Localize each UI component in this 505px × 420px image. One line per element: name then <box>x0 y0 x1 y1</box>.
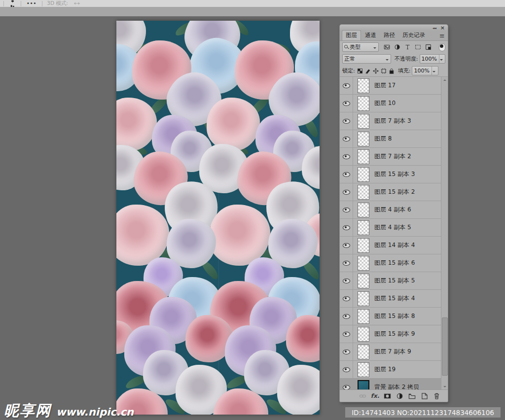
layer-name[interactable]: 图层 14 副本 4 <box>374 241 415 249</box>
visibility-toggle[interactable] <box>340 237 353 254</box>
fill-select[interactable]: 100% <box>412 66 438 75</box>
panel-menu-icon[interactable]: ≡ <box>439 33 445 39</box>
layer-row[interactable]: 图层 15 副本 5 <box>340 272 448 290</box>
layer-thumbnail[interactable] <box>358 327 369 342</box>
visibility-toggle[interactable] <box>340 201 353 218</box>
layer-name[interactable]: 图层 4 副本 5 <box>374 223 411 232</box>
pixel-layer-filter-icon[interactable] <box>382 43 392 51</box>
layer-row[interactable]: 图层 10 <box>340 95 448 112</box>
layer-name[interactable]: 图层 15 副本 3 <box>374 170 415 178</box>
layer-name[interactable]: 图层 17 <box>374 81 396 90</box>
lock-all-icon[interactable] <box>388 67 396 75</box>
link-layers-icon[interactable] <box>359 392 367 400</box>
layer-thumbnail[interactable] <box>358 309 369 324</box>
tab-paths[interactable]: 路径 <box>380 31 398 40</box>
layer-thumbnail[interactable] <box>358 167 369 182</box>
adjustment-layer-icon[interactable] <box>396 392 404 400</box>
layer-row[interactable]: 图层 8 <box>340 130 448 148</box>
layer-name[interactable]: 图层 15 副本 5 <box>374 277 415 285</box>
tab-layers[interactable]: 图层 <box>342 30 361 40</box>
visibility-toggle[interactable] <box>340 254 353 272</box>
distribute-center-h-icon[interactable] <box>7 0 17 3</box>
layer-thumbnail[interactable] <box>358 220 369 235</box>
visibility-toggle[interactable] <box>340 148 353 165</box>
visibility-toggle[interactable] <box>340 361 353 378</box>
layer-filter-toggle[interactable] <box>439 43 445 51</box>
layer-name[interactable]: 图层 15 副本 6 <box>374 259 415 267</box>
layer-thumbnail[interactable] <box>358 274 369 288</box>
lock-position-icon[interactable] <box>372 67 380 75</box>
visibility-toggle[interactable] <box>340 325 353 343</box>
visibility-toggle[interactable] <box>340 183 353 201</box>
visibility-toggle[interactable] <box>340 219 353 236</box>
layer-thumbnail[interactable] <box>358 132 369 146</box>
layer-thumbnail[interactable] <box>358 291 369 306</box>
filter-type-select[interactable]: 类型 <box>342 42 379 52</box>
opacity-select[interactable]: 100% <box>420 54 445 64</box>
layer-thumbnail[interactable] <box>358 362 369 377</box>
layer-row[interactable]: 图层 15 副本 4 <box>340 290 448 308</box>
new-layer-icon[interactable] <box>420 392 429 400</box>
layer-thumbnail[interactable] <box>358 149 369 164</box>
tab-channels[interactable]: 通道 <box>361 31 380 40</box>
visibility-toggle[interactable] <box>340 130 353 147</box>
layer-row[interactable]: 图层 7 副本 2 <box>340 148 448 166</box>
layer-style-icon[interactable]: fx. <box>371 392 379 400</box>
collapse-panel-icon[interactable]: ◄◄ <box>433 27 436 30</box>
layer-row[interactable]: 图层 7 副本 9 <box>340 343 448 361</box>
tab-history[interactable]: 历史记录 <box>399 31 429 40</box>
layer-name[interactable]: 图层 15 副本 4 <box>374 294 415 303</box>
visibility-toggle[interactable] <box>340 379 353 389</box>
layer-row[interactable]: 图层 4 副本 5 <box>340 219 448 237</box>
layer-thumbnail[interactable] <box>358 114 369 129</box>
layer-row[interactable]: 图层 7 副本 3 <box>340 112 448 130</box>
layer-name[interactable]: 图层 7 副本 2 <box>374 152 411 161</box>
layer-row[interactable]: 图层 19 <box>340 361 448 379</box>
delete-layer-icon[interactable] <box>433 392 441 400</box>
lock-pixels-icon[interactable] <box>364 67 372 75</box>
adjustment-layer-filter-icon[interactable] <box>393 43 402 51</box>
layer-name[interactable]: 图层 7 副本 3 <box>374 117 411 125</box>
blend-mode-select[interactable]: 正常 <box>342 54 391 64</box>
new-group-icon[interactable] <box>408 392 416 400</box>
lock-artboard-icon[interactable] <box>380 67 388 75</box>
layer-row[interactable]: 图层 15 副本 3 <box>340 166 448 183</box>
scroll-up-icon[interactable] <box>441 77 448 83</box>
scrollbar[interactable] <box>441 77 448 389</box>
layer-row[interactable]: 图层 15 副本 9 <box>340 325 448 343</box>
layer-row[interactable]: 图层 15 副本 6 <box>340 254 448 272</box>
layer-name[interactable]: 图层 19 <box>374 365 396 374</box>
layer-thumbnail[interactable] <box>358 238 369 253</box>
visibility-toggle[interactable] <box>340 77 353 94</box>
layer-row[interactable]: 图层 4 副本 6 <box>340 201 448 219</box>
add-mask-icon[interactable] <box>383 392 392 400</box>
scrollbar-thumb[interactable] <box>442 317 448 376</box>
document-canvas[interactable] <box>116 21 320 415</box>
visibility-toggle[interactable] <box>340 166 353 183</box>
layer-name[interactable]: 图层 15 副本 2 <box>374 188 415 196</box>
close-panel-icon[interactable]: × <box>440 25 445 31</box>
layer-name[interactable]: 背景 副本 2 拷贝 <box>374 383 419 389</box>
layer-thumbnail[interactable] <box>358 96 369 111</box>
visibility-toggle[interactable] <box>340 272 353 289</box>
visibility-toggle[interactable] <box>340 343 353 360</box>
visibility-toggle[interactable] <box>340 112 353 130</box>
layer-thumbnail[interactable] <box>358 256 369 271</box>
layer-row[interactable]: 图层 15 副本 8 <box>340 308 448 325</box>
layer-name[interactable]: 图层 7 副本 9 <box>374 348 411 356</box>
visibility-toggle[interactable] <box>340 308 353 325</box>
layer-thumbnail[interactable] <box>358 185 369 200</box>
layer-name[interactable]: 图层 10 <box>374 99 396 107</box>
visibility-toggle[interactable] <box>340 290 353 307</box>
layer-thumbnail[interactable] <box>358 380 369 390</box>
smart-object-filter-icon[interactable] <box>424 43 433 51</box>
layer-row[interactable]: 图层 15 副本 2 <box>340 183 448 201</box>
layer-thumbnail[interactable] <box>358 203 369 217</box>
layer-thumbnail[interactable] <box>358 345 369 359</box>
layer-name[interactable]: 图层 8 <box>374 135 392 143</box>
layer-name[interactable]: 图层 4 副本 6 <box>374 206 411 214</box>
visibility-toggle[interactable] <box>340 95 353 112</box>
layer-row[interactable]: 图层 14 副本 4 <box>340 237 448 254</box>
layer-name[interactable]: 图层 15 副本 9 <box>374 330 415 338</box>
layer-name[interactable]: 图层 15 副本 8 <box>374 312 415 320</box>
